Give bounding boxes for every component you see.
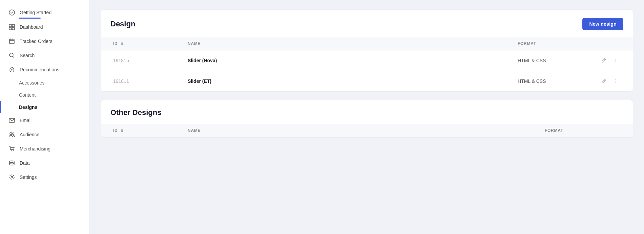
other-designs-table: ID ⇅ NAME FORMAT: [101, 124, 633, 137]
svg-rect-3: [9, 27, 12, 30]
sidebar-item-dashboard[interactable]: Dashboard: [0, 20, 89, 34]
svg-point-14: [616, 59, 616, 59]
sidebar-item-designs[interactable]: Designs: [0, 101, 89, 113]
sidebar-item-settings[interactable]: Settings: [0, 170, 89, 184]
sidebar-label-search: Search: [20, 53, 35, 58]
sidebar-item-content[interactable]: Content: [0, 89, 89, 101]
merchandising-icon: [8, 145, 16, 153]
row2-name: Slider (ET): [185, 73, 515, 89]
tracked-orders-icon: [8, 38, 16, 45]
other-designs-table-header: ID ⇅ NAME FORMAT: [101, 124, 633, 137]
row2-format: HTML & CSS: [515, 73, 596, 89]
svg-point-13: [11, 177, 13, 178]
new-design-button[interactable]: New design: [582, 18, 623, 30]
svg-point-6: [9, 53, 13, 57]
data-icon: [8, 159, 16, 167]
other-designs-title: Other Designs: [110, 108, 161, 117]
sidebar-label-merchandising: Merchandising: [20, 146, 50, 151]
svg-point-16: [616, 62, 616, 62]
other-col-format: FORMAT: [542, 124, 623, 137]
sidebar-label-content: Content: [19, 92, 36, 98]
sidebar-item-data[interactable]: Data: [0, 156, 89, 170]
design-col-format: FORMAT: [515, 37, 596, 50]
row2-edit-icon[interactable]: [599, 76, 608, 86]
other-col-name: NAME: [185, 124, 542, 137]
row2-more-icon[interactable]: [611, 76, 621, 86]
svg-point-19: [616, 82, 616, 83]
design-card-title: Design: [110, 20, 135, 28]
row1-actions: [596, 50, 623, 71]
sidebar-item-accessories[interactable]: Accessories: [0, 77, 89, 89]
svg-point-9: [13, 133, 14, 135]
row1-format: HTML & CSS: [515, 52, 596, 69]
row1-action-group: [599, 56, 621, 65]
svg-point-15: [616, 60, 616, 61]
design-col-id: ID ⇅: [110, 37, 185, 50]
svg-point-11: [13, 150, 14, 151]
svg-rect-7: [9, 118, 15, 122]
design-table-header: ID ⇅ NAME FORMAT: [101, 37, 633, 50]
sidebar-label-recommendations: Recommendations: [20, 67, 59, 72]
svg-rect-2: [12, 24, 15, 27]
table-row: 191815 Slider (Nova) HTML & CSS: [101, 50, 633, 71]
svg-point-18: [616, 81, 616, 81]
svg-point-12: [9, 161, 14, 163]
design-table: ID ⇅ NAME FORMAT 191815 Slider (Nova) HT…: [101, 37, 633, 91]
sidebar-label-dashboard: Dashboard: [20, 24, 43, 30]
svg-point-8: [10, 133, 12, 135]
svg-rect-1: [9, 24, 12, 27]
sidebar-label-designs: Designs: [19, 104, 37, 110]
sidebar-item-audience[interactable]: Audience: [0, 127, 89, 142]
sidebar-label-data: Data: [20, 160, 30, 166]
main-content: Design New design ID ⇅ NAME FORMAT 19181…: [90, 0, 644, 234]
design-col-name: NAME: [185, 37, 515, 50]
settings-icon: [8, 173, 16, 181]
other-designs-card-header: Other Designs: [101, 100, 633, 124]
sidebar-item-email[interactable]: Email: [0, 113, 89, 127]
svg-point-17: [616, 79, 616, 80]
design-card-header: Design New design: [101, 10, 633, 37]
row2-actions: [596, 71, 623, 91]
design-card: Design New design ID ⇅ NAME FORMAT 19181…: [101, 9, 633, 92]
sidebar-label-email: Email: [20, 118, 32, 123]
sidebar-label-getting-started: Getting Started: [20, 10, 51, 15]
sidebar-item-merchandising[interactable]: Merchandising: [0, 142, 89, 156]
row1-edit-icon[interactable]: [599, 56, 608, 65]
sidebar-item-getting-started[interactable]: Getting Started: [0, 5, 89, 20]
svg-rect-4: [12, 27, 15, 30]
sidebar-item-search[interactable]: Search: [0, 48, 89, 63]
row2-id: 191811: [110, 73, 185, 89]
row2-action-group: [599, 76, 621, 86]
dashboard-icon: [8, 23, 16, 31]
design-col-actions: [596, 37, 623, 50]
email-icon: [8, 117, 16, 124]
sidebar-label-audience: Audience: [20, 132, 39, 137]
sidebar-item-tracked-orders[interactable]: Tracked Orders: [0, 34, 89, 48]
sidebar-label-settings: Settings: [20, 174, 37, 180]
svg-point-10: [11, 150, 12, 151]
sort-icon-other-id[interactable]: ⇅: [121, 129, 124, 133]
sort-icon-id[interactable]: ⇅: [121, 42, 124, 46]
row1-id: 191815: [110, 52, 185, 69]
svg-rect-5: [9, 39, 14, 44]
table-row: 191811 Slider (ET) HTML & CSS: [101, 71, 633, 91]
sidebar: Getting Started Dashboard Tracked Orders: [0, 0, 90, 234]
sidebar-label-accessories: Accessories: [19, 80, 44, 86]
other-col-id: ID ⇅: [110, 124, 185, 137]
row1-more-icon[interactable]: [611, 56, 621, 65]
sidebar-label-tracked-orders: Tracked Orders: [20, 39, 53, 44]
row1-name: Slider (Nova): [185, 52, 515, 69]
getting-started-icon: [8, 9, 16, 16]
audience-icon: [8, 131, 16, 138]
recommendations-icon: [8, 66, 16, 73]
sidebar-item-recommendations[interactable]: Recommendations: [0, 63, 89, 77]
search-sidebar-icon: [8, 52, 16, 59]
other-designs-card: Other Designs ID ⇅ NAME FORMAT: [101, 100, 633, 138]
